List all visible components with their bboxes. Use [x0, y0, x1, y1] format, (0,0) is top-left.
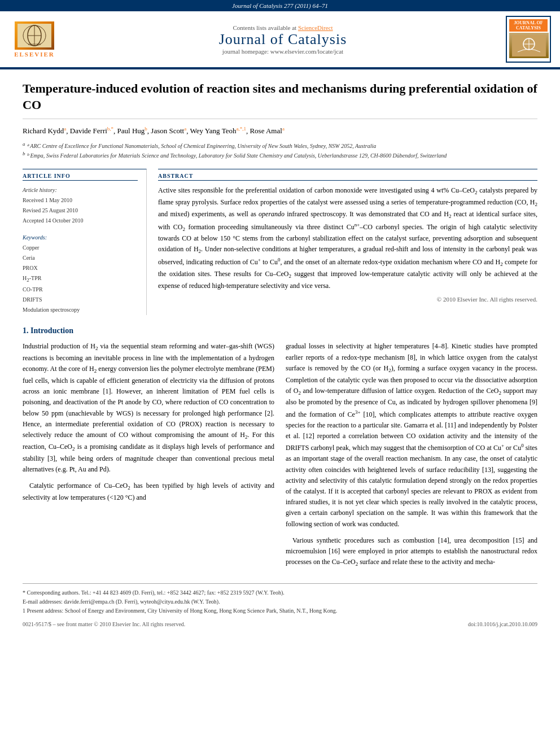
history-label: Article history:: [23, 185, 138, 195]
bottom-bar: 0021-9517/$ – see front matter © 2010 El…: [23, 621, 537, 627]
keyword-ceria: Ceria: [23, 253, 138, 263]
intro-para-4: Various synthetic procedures such as com…: [286, 535, 537, 569]
info-abstract-row: ARTICLE INFO Article history: Received 1…: [23, 169, 537, 315]
abstract-header: ABSTRACT: [158, 173, 537, 181]
affiliation-a: a ᵃ ARC Centre of Excellence for Functio…: [23, 141, 537, 150]
keywords-label: Keywords:: [23, 233, 138, 243]
keyword-copper: Copper: [23, 243, 138, 253]
journal-logo-box: JOURNAL OFCATALYSIS: [506, 16, 551, 63]
article-history: Article history: Received 1 May 2010 Rev…: [23, 185, 138, 226]
journal-center-info: Contents lists available at ScienceDirec…: [65, 24, 500, 55]
main-content: Temperature-induced evolution of reactio…: [0, 69, 560, 639]
footnotes: * Corresponding authors. Tel.: +41 44 82…: [23, 583, 537, 615]
intro-title: 1. Introduction: [23, 326, 537, 335]
affiliations: a ᵃ ARC Centre of Excellence for Functio…: [23, 141, 537, 160]
elsevier-logo-area: ELSEVIER ELSEVIER: [9, 21, 60, 58]
journal-bar: Journal of Catalysis 277 (2011) 64–71: [0, 0, 560, 11]
bottom-left: 0021-9517/$ – see front matter © 2010 El…: [23, 621, 185, 627]
footnote-email: E-mail addresses: davide.ferri@empa.ch (…: [23, 597, 537, 606]
received-date: Received 1 May 2010: [23, 195, 138, 206]
elsevier-logo-image: ELSEVIER: [15, 21, 54, 50]
bottom-right: doi:10.1016/j.jcat.2010.10.009: [468, 621, 537, 627]
intro-left-col: Industrial production of H2 via the sequ…: [23, 341, 274, 574]
revised-date: Revised 25 August 2010: [23, 206, 138, 216]
keyword-modulation: Modulation spectroscopy: [23, 305, 138, 315]
article-info-header: ARTICLE INFO: [23, 173, 138, 181]
svg-text:ELSEVIER: ELSEVIER: [28, 43, 41, 46]
accepted-date: Accepted 14 October 2010: [23, 216, 138, 226]
keyword-prox: PROX: [23, 263, 138, 273]
journal-header: ELSEVIER ELSEVIER Contents lists availab…: [0, 11, 560, 68]
homepage-link: journal homepage: www.elsevier.com/locat…: [65, 48, 500, 55]
affiliation-b: b ᵇ Empa, Swiss Federal Laboratories for…: [23, 150, 537, 160]
keyword-cotpr: CO-TPR: [23, 285, 138, 295]
keyword-h2tpr: H2-TPR: [23, 273, 138, 285]
keywords-section: Keywords: Copper Ceria PROX H2-TPR CO-TP…: [23, 233, 138, 315]
keyword-drifts: DRIFTS: [23, 295, 138, 305]
journal-bar-text: Journal of Catalysis 277 (2011) 64–71: [232, 2, 328, 9]
footnote-present: 1 Present address: School of Energy and …: [23, 606, 537, 615]
intro-para-2: Catalytic performance of Cu–CeO2 has bee…: [23, 480, 274, 503]
logo-top-label: JOURNAL OFCATALYSIS: [509, 19, 548, 32]
article-info-col: ARTICLE INFO Article history: Received 1…: [23, 169, 147, 315]
intro-body-cols: Industrial production of H2 via the sequ…: [23, 341, 537, 574]
abstract-col: ABSTRACT Active sites responsible for th…: [158, 169, 537, 315]
footnote-corresponding: * Corresponding authors. Tel.: +41 44 82…: [23, 588, 537, 597]
abstract-copyright: © 2010 Elsevier Inc. All rights reserved…: [158, 296, 537, 303]
authors-line: Richard Kydda, Davide Ferrib,*, Paul Hug…: [23, 126, 537, 136]
sciencedirect-line: Contents lists available at ScienceDirec…: [65, 24, 500, 31]
sciencedirect-link-text[interactable]: ScienceDirect: [298, 24, 333, 31]
intro-para-1: Industrial production of H2 via the sequ…: [23, 341, 274, 475]
abstract-text: Active sites responsible for the prefere…: [158, 185, 537, 291]
elsevier-text: ELSEVIER: [14, 51, 55, 58]
article-title: Temperature-induced evolution of reactio…: [23, 81, 537, 119]
journal-title: Journal of Catalysis: [65, 31, 500, 48]
intro-right-col: gradual losses in selectivity at higher …: [286, 341, 537, 574]
journal-logo-image: [509, 33, 549, 58]
intro-para-3: gradual losses in selectivity at higher …: [286, 341, 537, 529]
introduction-section: 1. Introduction Industrial production of…: [23, 326, 537, 574]
